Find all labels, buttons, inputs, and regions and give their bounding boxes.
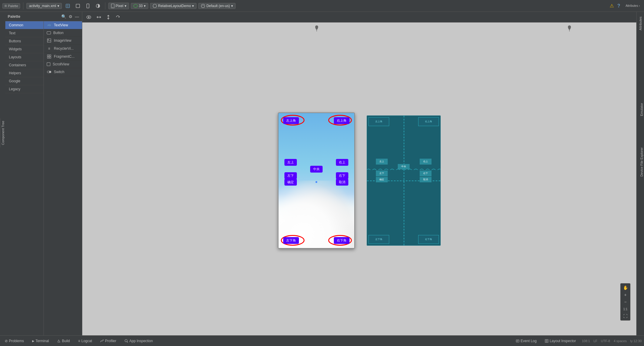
device-file-tab[interactable]: Device File Explorer: [639, 145, 644, 179]
btn-zhongshang-left: 左上: [284, 159, 297, 166]
palette-header: Palette 🔍 ⚙ —: [5, 12, 82, 21]
tab-event-log[interactable]: Event Log: [513, 338, 539, 344]
squiggly-line-h: [367, 168, 440, 170]
right-sidebar: Attributes Emulator Device File Explorer: [636, 12, 644, 335]
tab-terminal[interactable]: ▶ Terminal: [30, 338, 51, 344]
refresh-btn[interactable]: [114, 14, 122, 20]
tab-logcat[interactable]: ≡ Logcat: [76, 338, 94, 344]
palette-icon[interactable]: ⊞ Palette: [2, 3, 20, 9]
category-widgets[interactable]: Widgets: [5, 45, 44, 53]
component-tree-tab[interactable]: Component Tree: [0, 118, 6, 147]
btn-bot-right: 右下角: [334, 237, 350, 244]
tab-app-inspection[interactable]: App Inspection: [122, 338, 155, 344]
svg-rect-3: [76, 4, 80, 8]
event-log-icon: [516, 339, 519, 343]
svg-point-19: [88, 16, 90, 18]
button-icon: [47, 31, 51, 34]
btn-center: 中央: [310, 166, 323, 173]
svg-rect-12: [47, 55, 49, 56]
file-dropdown[interactable]: activity_main.xml ▾: [26, 3, 62, 9]
svg-point-9: [201, 4, 205, 8]
tab-build[interactable]: Build: [55, 338, 72, 344]
layout-inspector: 左上角 右上角 左上 右上 中央 左下 右下 确定 取消 左下角: [367, 115, 441, 246]
phone-background: 左上角 右上角 左上 右上 中央 左下 右下 确定 取消: [278, 113, 354, 248]
app-dropdown[interactable]: RelativeLayoutDemo ▾: [150, 3, 197, 9]
phone-mockup: 左上角 右上角 左上 右上 中央 左下 右下 确定 取消: [278, 112, 355, 249]
palette-header-icons: 🔍 ⚙ —: [61, 14, 80, 20]
tab-layout-inspector[interactable]: Layout Inspector: [542, 338, 578, 344]
palette-categories: Common Text Buttons Widgets Layouts Cont…: [5, 21, 44, 335]
resize-handle[interactable]: [362, 296, 367, 301]
api-dropdown[interactable]: 33 ▾: [131, 3, 148, 9]
warning-icon[interactable]: ⚠: [610, 3, 614, 9]
category-layouts[interactable]: Layouts: [5, 53, 44, 61]
palette-settings-btn[interactable]: ⚙: [68, 14, 73, 20]
device-dropdown[interactable]: Pixel ▾: [108, 3, 129, 9]
toolbar-separator-2: [105, 2, 105, 9]
svg-rect-24: [516, 340, 519, 342]
category-helpers[interactable]: Helpers: [5, 69, 44, 77]
btn-zhongshang-right: 右上: [336, 159, 348, 166]
category-buttons[interactable]: Buttons: [5, 37, 44, 45]
category-legacy[interactable]: Legacy: [5, 85, 44, 93]
palette-sidebar: Palette 🔍 ⚙ — Common Text Buttons Widget…: [5, 12, 82, 335]
tab-profiler[interactable]: Profiler: [98, 338, 119, 344]
palette-item-switch[interactable]: Switch: [44, 68, 82, 76]
palette-item-imageview[interactable]: ImageView: [44, 37, 82, 45]
attributes-toggle[interactable]: Attributes ›: [624, 4, 642, 8]
design-btn[interactable]: [74, 3, 82, 9]
category-text[interactable]: Text: [5, 29, 44, 37]
btn-zhongxia-left: 左下: [284, 172, 297, 179]
btn-zhongxia-right: 右下: [336, 172, 348, 179]
indent: 4 spaces: [614, 339, 627, 343]
btn-bot-left: 左下角: [283, 237, 299, 244]
category-google[interactable]: Google: [5, 77, 44, 85]
emulator-tab[interactable]: Emulator: [639, 101, 644, 118]
textview-icon: Ab: [47, 23, 51, 28]
orientation-btn[interactable]: [84, 3, 92, 9]
palette-minimize-btn[interactable]: —: [74, 14, 80, 20]
time: ly 12:30: [630, 339, 642, 343]
palette-item-fragmentc[interactable]: FragmentC...: [44, 53, 82, 61]
svg-rect-13: [49, 55, 51, 56]
category-containers[interactable]: Containers: [5, 61, 44, 69]
btn-cancel: 取消: [336, 179, 348, 186]
category-common[interactable]: Common: [5, 21, 44, 29]
zoom-minus-btn[interactable]: −: [622, 299, 629, 305]
palette-item-textview[interactable]: Ab TextView: [44, 21, 82, 29]
attributes-tab[interactable]: Attributes: [638, 14, 643, 33]
svg-point-11: [48, 39, 49, 40]
zoom-fit-btn[interactable]: 1:1: [622, 306, 629, 312]
svg-point-7: [112, 7, 113, 8]
toggle-visibility-btn[interactable]: [85, 15, 93, 20]
fragmentc-icon: [47, 54, 51, 59]
zoom-hand-btn[interactable]: ✋: [622, 285, 629, 291]
logcat-icon: ≡: [78, 339, 80, 343]
blueprint-btn[interactable]: [64, 3, 72, 9]
theme-dropdown[interactable]: Default (en-us) ▾: [198, 3, 235, 9]
toggle-arrows-h-btn[interactable]: [95, 15, 103, 20]
pin-icon-left: [315, 25, 318, 32]
toggle-arrows-v-btn[interactable]: [105, 14, 112, 20]
canvas-body: 左上角 右上角 左上 右上 中央 左下 右下 确定 取消: [82, 22, 636, 335]
palette-item-recyclerview[interactable]: ≡ RecyclerVi...: [44, 45, 82, 53]
help-btn[interactable]: ?: [616, 3, 622, 9]
btn-top-left: 左上角: [283, 117, 299, 124]
top-toolbar: ⊞ Palette activity_main.xml ▾ Pixel ▾ 33…: [0, 0, 644, 12]
switch-icon: [47, 70, 51, 74]
palette-search-btn[interactable]: 🔍: [61, 14, 67, 20]
profiler-icon: [100, 339, 104, 343]
bottom-toolbar: ⊘ Problems ▶ Terminal Build ≡ Logcat Pro…: [0, 335, 644, 346]
palette-item-scrollview[interactable]: ScrollView: [44, 61, 82, 68]
palette-item-button[interactable]: Button: [44, 29, 82, 37]
zoom-controls: ✋ + − 1:1 ⛶: [620, 283, 630, 321]
dot-indicator: [315, 181, 317, 183]
svg-rect-4: [87, 4, 89, 8]
nightmode-btn[interactable]: [94, 3, 102, 9]
zoom-fullscreen-btn[interactable]: ⛶: [622, 313, 629, 319]
tab-problems[interactable]: ⊘ Problems: [2, 338, 26, 344]
zoom-plus-btn[interactable]: +: [622, 292, 629, 298]
btn-confirm: 确定: [284, 179, 297, 186]
palette-items: Ab TextView Button ImageView ≡ RecyclerV…: [44, 21, 82, 335]
canvas-toolbar: [82, 12, 636, 22]
